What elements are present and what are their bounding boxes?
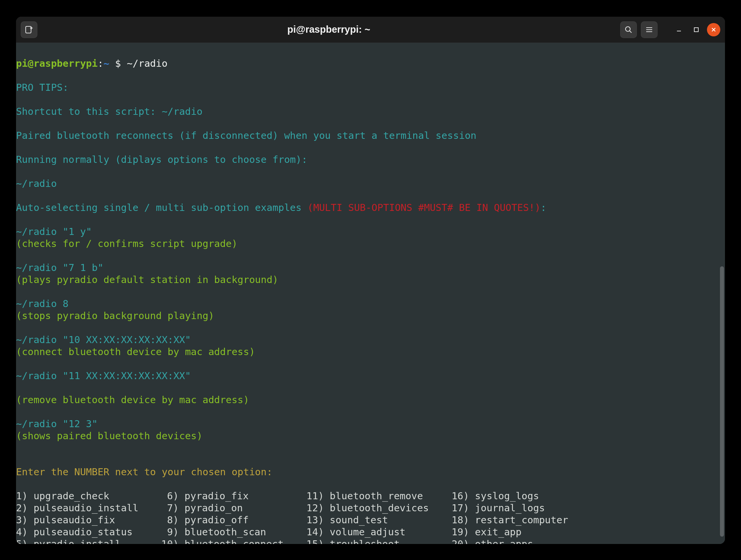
line-ex3-cmd: ~/radio 8	[16, 298, 68, 309]
line-ex3-note: (stops pyradio background playing)	[16, 310, 214, 322]
option-14: 14) volume_adjust	[307, 526, 452, 538]
new-tab-button[interactable]	[21, 21, 38, 38]
line-ex2-note: (plays pyradio default station in backgr…	[16, 274, 278, 285]
prompt-path: ~	[104, 58, 109, 69]
terminal-content: pi@raspberrypi:~ $ ~/radio PRO TIPS: Sho…	[16, 43, 725, 544]
maximize-button[interactable]	[690, 23, 703, 37]
option-9: 9) bluetooth_scan	[161, 526, 307, 538]
option-5: 5) pyradio_install	[16, 538, 161, 544]
options-grid: 1) upgrade_check 6) pyradio_fix11) bluet…	[16, 490, 725, 544]
line-ex1-note: (checks for / confirms script upgrade)	[16, 238, 237, 249]
line-ex5-note: (remove bluetooth device by mac address)	[16, 394, 249, 406]
option-2: 2) pulseaudio_install	[16, 502, 161, 514]
option-12: 12) bluetooth_devices	[307, 502, 452, 514]
terminal-body[interactable]: pi@raspberrypi:~ $ ~/radio PRO TIPS: Sho…	[16, 43, 725, 544]
line-auto-suffix: :	[540, 202, 546, 213]
line-ex1-cmd: ~/radio "1 y"	[16, 226, 92, 237]
option-15: 15) troubleshoot	[307, 538, 452, 544]
svg-rect-9	[694, 28, 698, 32]
option-19: 19) exit_app	[452, 526, 725, 538]
close-button[interactable]	[707, 23, 720, 37]
line-auto-prefix: Auto-selecting single / multi sub-option…	[16, 202, 308, 213]
line-ex4-note: (connect bluetooth device by mac address…	[16, 346, 255, 357]
option-17: 17) journal_logs	[452, 502, 725, 514]
prompt-userhost: pi@raspberrypi	[16, 58, 97, 69]
menu-button[interactable]	[641, 21, 658, 38]
line-shortcut: Shortcut to this script: ~/radio	[16, 106, 203, 117]
new-tab-icon	[25, 25, 33, 34]
option-4: 4) pulseaudio_status	[16, 526, 161, 538]
scrollbar-thumb[interactable]	[720, 266, 724, 537]
window-title: pi@raspberrypi: ~	[38, 24, 620, 35]
line-ex6-cmd: ~/radio "12 3"	[16, 418, 97, 429]
prompt-sep: :	[97, 58, 103, 69]
search-icon	[624, 26, 632, 34]
option-7: 7) pyradio_on	[161, 502, 307, 514]
option-11: 11) bluetooth_remove	[307, 490, 452, 502]
svg-point-3	[625, 27, 630, 31]
option-6: 6) pyradio_fix	[161, 490, 307, 502]
hamburger-icon	[646, 26, 653, 33]
svg-rect-0	[26, 26, 31, 33]
line-ex2-cmd: ~/radio "7 1 b"	[16, 262, 104, 273]
line-paired: Paired bluetooth reconnects (if disconne…	[16, 130, 476, 141]
option-13: 13) sound_test	[307, 514, 452, 526]
option-3: 3) pulseaudio_fix	[16, 514, 161, 526]
option-16: 16) syslog_logs	[452, 490, 725, 502]
option-8: 8) pyradio_off	[161, 514, 307, 526]
terminal-window: pi@raspberrypi: ~	[16, 17, 725, 544]
line-ex4-cmd: ~/radio "10 XX:XX:XX:XX:XX:XX"	[16, 334, 191, 345]
scrollbar[interactable]	[719, 43, 724, 543]
line-ex5-cmd: ~/radio "11 XX:XX:XX:XX:XX:XX"	[16, 370, 191, 381]
line-protips: PRO TIPS:	[16, 82, 68, 93]
minimize-button[interactable]	[672, 23, 686, 37]
search-button[interactable]	[620, 21, 637, 38]
line-enter: Enter the NUMBER next to your chosen opt…	[16, 466, 272, 478]
prompt-command: ~/radio	[127, 58, 167, 69]
line-auto-warn: (MULTI SUB-OPTIONS #MUST# BE IN QUOTES!)	[308, 202, 540, 213]
option-18: 18) restart_computer	[452, 514, 725, 526]
option-10: 10) bluetooth_connect	[161, 538, 307, 544]
maximize-icon	[693, 27, 699, 33]
option-20: 20) other_apps	[452, 538, 725, 544]
svg-line-4	[629, 31, 631, 33]
line-radio-plain: ~/radio	[16, 178, 57, 189]
prompt-dollar: $	[115, 58, 121, 69]
line-ex6-note: (shows paired bluetooth devices)	[16, 430, 203, 441]
option-1: 1) upgrade_check	[16, 490, 161, 502]
line-running: Running normally (diplays options to cho…	[16, 154, 308, 165]
close-icon	[711, 27, 717, 33]
minimize-icon	[676, 26, 682, 33]
titlebar: pi@raspberrypi: ~	[16, 17, 725, 43]
